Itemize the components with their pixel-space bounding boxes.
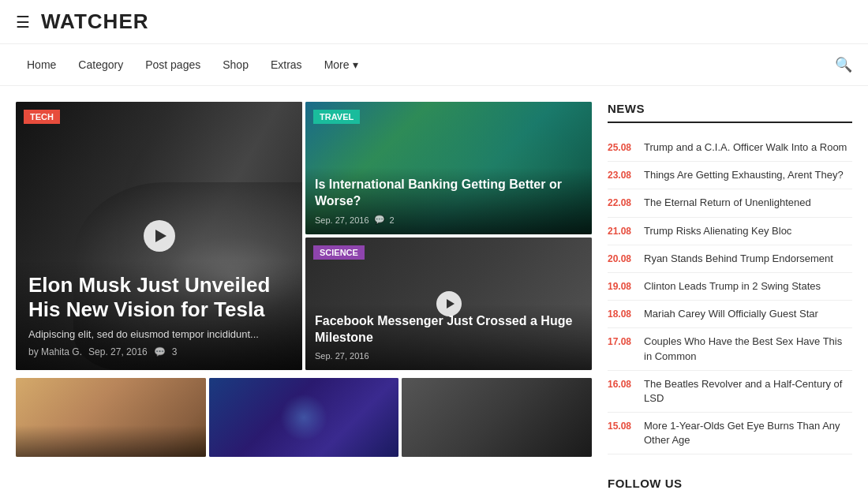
bottom-right-date: Sep. 27, 2016 (315, 351, 369, 361)
featured-bottom-right-meta: Sep. 27, 2016 (315, 351, 582, 361)
news-text[interactable]: Ryan Stands Behind Trump Endorsement (644, 252, 833, 266)
sidebar: NEWS 25.08 Trump and a C.I.A. Officer Wa… (608, 102, 852, 490)
news-date: 16.08 (608, 379, 636, 390)
travel-badge: TRAVEL (313, 110, 360, 124)
news-date: 21.08 (608, 226, 636, 237)
nav-item-category[interactable]: Category (67, 44, 134, 85)
site-logo: WATCHER (41, 9, 149, 34)
news-date: 19.08 (608, 281, 636, 292)
featured-main-meta: by Mahita G. Sep. 27, 2016 💬 3 (28, 346, 290, 357)
top-right-date: Sep. 27, 2016 (315, 215, 369, 225)
thumb-item-2[interactable] (209, 378, 399, 457)
nav-item-more[interactable]: More ▾ (313, 44, 369, 85)
nav-item-extras[interactable]: Extras (260, 44, 313, 85)
top-right-comment-icon: 💬 (374, 215, 385, 225)
search-icon[interactable]: 🔍 (835, 56, 852, 73)
news-text[interactable]: Trump Risks Alienating Key Bloc (644, 224, 791, 238)
news-date: 17.08 (608, 336, 636, 347)
main-content: TECH Elon Musk Just Unveiled His New Vis… (16, 102, 592, 490)
featured-main-desc: Adipiscing elit, sed do eiusmod tempor i… (28, 328, 290, 340)
content-wrap: TECH Elon Musk Just Unveiled His New Vis… (0, 86, 868, 490)
news-text[interactable]: Mariah Carey Will Officially Guest Star (644, 307, 818, 321)
hamburger-icon[interactable]: ☰ (16, 13, 30, 32)
news-section: NEWS 25.08 Trump and a C.I.A. Officer Wa… (608, 102, 852, 454)
news-text[interactable]: Trump and a C.I.A. Officer Walk Into a R… (644, 140, 847, 155)
news-text[interactable]: Things Are Getting Exhausting, Arent The… (644, 168, 844, 182)
news-text[interactable]: The Eternal Return of Unenlightened (644, 196, 811, 210)
news-item: 19.08 Clinton Leads Trump in 2 Swing Sta… (608, 273, 852, 301)
featured-main[interactable]: TECH Elon Musk Just Unveiled His New Vis… (16, 102, 302, 370)
news-text[interactable]: More 1-Year-Olds Get Eye Burns Than Any … (644, 419, 852, 447)
nav-bar: Home Category Post pages Shop Extras Mor… (0, 44, 868, 86)
science-badge: SCIENCE (313, 245, 365, 260)
news-item: 25.08 Trump and a C.I.A. Officer Walk In… (608, 134, 852, 162)
featured-top-right-title: Is International Banking Getting Better … (315, 177, 582, 210)
news-item: 17.08 Couples Who Have the Best Sex Have… (608, 328, 852, 370)
news-date: 25.08 (608, 142, 636, 153)
news-date: 20.08 (608, 253, 636, 264)
news-section-title: NEWS (608, 102, 852, 123)
featured-bottom-right-title: Facebook Messenger Just Crossed a Huge M… (315, 313, 582, 346)
news-item: 23.08 Things Are Getting Exhausting, Are… (608, 162, 852, 189)
featured-main-date: Sep. 27, 2016 (88, 346, 148, 357)
nav-item-post-pages[interactable]: Post pages (134, 44, 211, 85)
thumbnail-row (16, 378, 592, 457)
comment-icon: 💬 (154, 346, 166, 357)
nav-item-shop[interactable]: Shop (211, 44, 260, 85)
play-button-main[interactable] (144, 220, 175, 252)
top-right-comments: 2 (390, 215, 395, 225)
news-date: 15.08 (608, 421, 636, 432)
featured-grid: TECH Elon Musk Just Unveiled His New Vis… (16, 102, 592, 370)
featured-bottom-right[interactable]: SCIENCE Facebook Messenger Just Crossed … (305, 238, 592, 370)
featured-top-right-meta: Sep. 27, 2016 💬 2 (315, 215, 582, 225)
follow-us-section: FOLLOW US (608, 477, 852, 490)
tech-badge: TECH (24, 110, 60, 124)
news-item: 20.08 Ryan Stands Behind Trump Endorseme… (608, 245, 852, 273)
news-item: 22.08 The Eternal Return of Unenlightene… (608, 189, 852, 217)
news-item: 18.08 Mariah Carey Will Officially Guest… (608, 301, 852, 328)
header: ☰ WATCHER (0, 0, 868, 44)
news-item: 15.08 More 1-Year-Olds Get Eye Burns Tha… (608, 413, 852, 454)
news-date: 22.08 (608, 197, 636, 208)
thumb-item-1[interactable] (16, 378, 206, 457)
news-text[interactable]: The Beatles Revolver and a Half-Century … (644, 377, 852, 406)
nav-item-home[interactable]: Home (16, 44, 67, 85)
news-item: 21.08 Trump Risks Alienating Key Bloc (608, 218, 852, 245)
chevron-down-icon: ▾ (353, 58, 358, 71)
news-date: 18.08 (608, 309, 636, 320)
news-text[interactable]: Clinton Leads Trump in 2 Swing States (644, 279, 821, 294)
featured-main-comments: 3 (172, 346, 178, 357)
featured-main-author: by Mahita G. (28, 346, 82, 357)
featured-top-right-overlay: Is International Banking Getting Better … (305, 167, 592, 234)
featured-main-overlay: Elon Musk Just Unveiled His New Vision f… (16, 260, 302, 370)
news-item: 16.08 The Beatles Revolver and a Half-Ce… (608, 371, 852, 413)
follow-us-title: FOLLOW US (608, 477, 852, 490)
thumb-item-3[interactable] (402, 378, 592, 457)
news-date: 23.08 (608, 170, 636, 181)
featured-main-title: Elon Musk Just Unveiled His New Vision f… (28, 273, 290, 322)
news-list: 25.08 Trump and a C.I.A. Officer Walk In… (608, 134, 852, 454)
news-text[interactable]: Couples Who Have the Best Sex Have This … (644, 335, 852, 363)
featured-top-right[interactable]: TRAVEL Is International Banking Getting … (305, 102, 592, 234)
play-button-small[interactable] (436, 291, 462, 316)
